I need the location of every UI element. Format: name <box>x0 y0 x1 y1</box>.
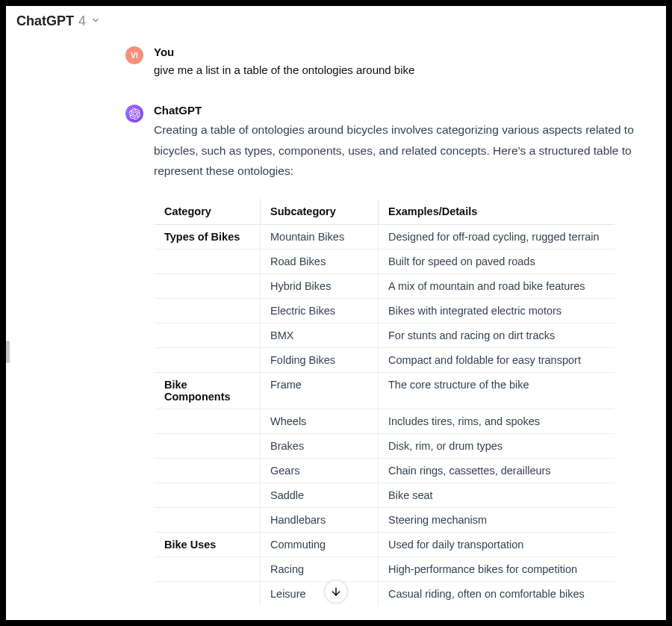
subcategory-cell: Handlebars <box>261 507 379 532</box>
category-cell <box>155 507 261 532</box>
subcategory-cell: Brakes <box>261 433 379 458</box>
details-cell: Steering mechanism <box>379 507 615 532</box>
arrow-down-icon <box>330 586 342 598</box>
conversation-pane[interactable]: VI You give me a list in a table of the … <box>6 29 666 618</box>
table-header: Subcategory <box>261 198 379 224</box>
category-cell <box>155 458 261 483</box>
details-cell: Chain rings, cassettes, derailleurs <box>379 458 615 483</box>
table-row: Road BikesBuilt for speed on paved roads <box>155 249 615 273</box>
table-row: BrakesDisk, rim, or drum types <box>155 433 615 458</box>
details-cell: Compact and foldable for easy transport <box>379 347 615 372</box>
table-row: SaddleBike seat <box>155 483 615 507</box>
table-row: Folding BikesCompact and foldable for ea… <box>155 347 615 372</box>
assistant-message: ChatGPT Creating a table of ontologies a… <box>36 104 636 607</box>
details-cell: Designed for off-road cycling, rugged te… <box>379 224 615 249</box>
subcategory-cell: Gears <box>261 458 379 483</box>
category-cell <box>155 273 261 298</box>
user-avatar: VI <box>125 46 143 64</box>
category-cell <box>155 323 261 347</box>
table-row: Types of BikesMountain BikesDesigned for… <box>155 224 615 249</box>
table-row: Hybrid BikesA mix of mountain and road b… <box>155 273 615 298</box>
details-cell: The core structure of the bike <box>379 372 615 409</box>
model-name: ChatGPT <box>16 13 74 29</box>
category-cell: Bike Uses <box>155 532 261 557</box>
details-cell: Casual riding, often on comfortable bike… <box>379 581 615 606</box>
details-cell: Built for speed on paved roads <box>379 249 615 273</box>
assistant-intro-text: Creating a table of ontologies around bi… <box>154 120 636 182</box>
openai-logo-icon <box>129 108 140 120</box>
table-row: Electric BikesBikes with integrated elec… <box>155 298 615 323</box>
subcategory-cell: Hybrid Bikes <box>261 273 379 298</box>
category-cell <box>155 409 261 433</box>
table-row: RacingHigh-performance bikes for competi… <box>155 557 615 581</box>
sender-label: ChatGPT <box>154 104 636 117</box>
details-cell: For stunts and racing on dirt tracks <box>379 323 615 347</box>
ontology-table: Category Subcategory Examples/Details Ty… <box>154 198 615 607</box>
model-version: 4 <box>78 13 86 29</box>
table-header: Examples/Details <box>379 198 615 224</box>
subcategory-cell: Road Bikes <box>261 249 379 273</box>
scrollbar-track[interactable] <box>6 341 10 363</box>
category-cell <box>155 249 261 273</box>
category-cell <box>155 433 261 458</box>
details-cell: Bike seat <box>379 483 615 507</box>
subcategory-cell: Wheels <box>261 409 379 433</box>
table-row: Bike ComponentsFrameThe core structure o… <box>155 372 615 409</box>
subcategory-cell: BMX <box>261 323 379 347</box>
subcategory-cell: Leisure <box>261 581 379 606</box>
details-cell: A mix of mountain and road bike features <box>379 273 615 298</box>
subcategory-cell: Folding Bikes <box>261 347 379 372</box>
assistant-avatar <box>125 105 143 123</box>
category-cell: Types of Bikes <box>155 224 261 249</box>
category-cell <box>155 483 261 507</box>
sender-label: You <box>154 46 636 58</box>
details-cell: High-performance bikes for competition <box>379 557 615 581</box>
details-cell: Disk, rim, or drum types <box>379 433 615 458</box>
scroll-to-bottom-button[interactable] <box>324 580 348 604</box>
table-row: BMXFor stunts and racing on dirt tracks <box>155 323 615 347</box>
table-row: HandlebarsSteering mechanism <box>155 507 615 532</box>
subcategory-cell: Mountain Bikes <box>261 224 379 249</box>
subcategory-cell: Frame <box>261 372 379 409</box>
chevron-down-icon <box>90 15 101 28</box>
table-row: LeisureCasual riding, often on comfortab… <box>155 581 615 606</box>
table-row: GearsChain rings, cassettes, derailleurs <box>155 458 615 483</box>
category-cell <box>155 298 261 323</box>
table-row: WheelsIncludes tires, rims, and spokes <box>155 409 615 433</box>
subcategory-cell: Saddle <box>261 483 379 507</box>
table-header: Category <box>155 198 261 224</box>
user-message: VI You give me a list in a table of the … <box>36 46 636 78</box>
details-cell: Includes tires, rims, and spokes <box>379 409 615 433</box>
subcategory-cell: Racing <box>261 557 379 581</box>
table-header-row: Category Subcategory Examples/Details <box>155 198 615 224</box>
subcategory-cell: Electric Bikes <box>261 298 379 323</box>
model-switcher[interactable]: ChatGPT 4 <box>6 6 666 29</box>
category-cell <box>155 347 261 372</box>
table-row: Bike UsesCommutingUsed for daily transpo… <box>155 532 615 557</box>
category-cell: Bike Components <box>155 372 261 409</box>
category-cell <box>155 581 261 606</box>
details-cell: Used for daily transportation <box>379 532 615 557</box>
user-message-text: give me a list in a table of the ontolog… <box>154 61 636 78</box>
category-cell <box>155 557 261 581</box>
subcategory-cell: Commuting <box>261 532 379 557</box>
details-cell: Bikes with integrated electric motors <box>379 298 615 323</box>
